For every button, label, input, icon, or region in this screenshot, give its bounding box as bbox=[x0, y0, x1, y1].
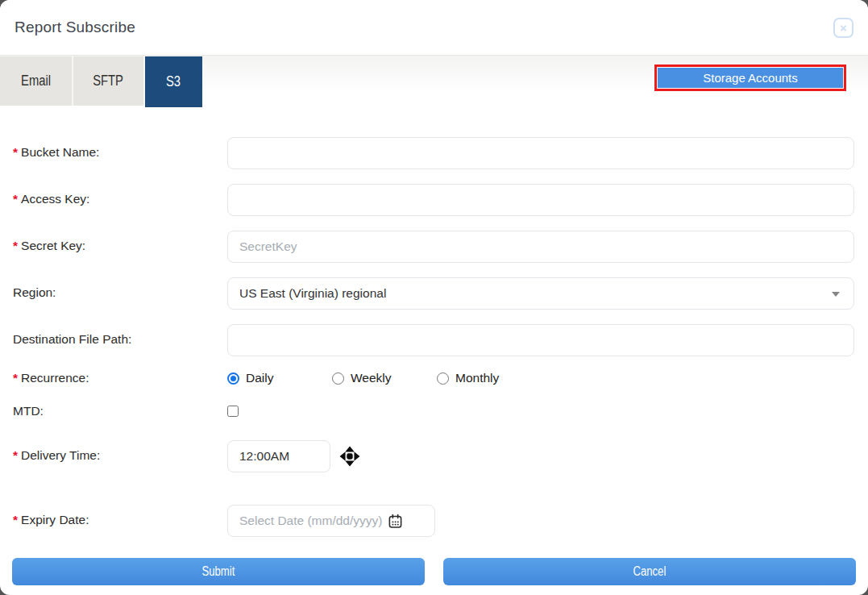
recurrence-label: *Recurrence: bbox=[13, 371, 227, 385]
submit-button[interactable]: Submit bbox=[12, 558, 425, 585]
secret-key-label: *Secret Key: bbox=[13, 231, 227, 253]
expiry-date-row: *Expiry Date: Select Date (mm/dd/yyyy) bbox=[13, 505, 854, 537]
region-row: Region: US East (Virginia) regional bbox=[13, 277, 854, 310]
chevron-down-icon bbox=[832, 292, 840, 297]
cancel-button[interactable]: Cancel bbox=[443, 558, 856, 585]
required-asterisk: * bbox=[13, 239, 18, 252]
destination-file-path-row: Destination File Path: bbox=[13, 324, 854, 356]
recurrence-option-daily[interactable]: Daily bbox=[227, 371, 332, 385]
delivery-time-row: *Delivery Time: bbox=[13, 440, 854, 472]
radio-weekly-label: Weekly bbox=[351, 371, 392, 385]
access-key-input[interactable] bbox=[227, 184, 854, 216]
recurrence-option-weekly[interactable]: Weekly bbox=[332, 371, 437, 385]
required-asterisk: * bbox=[13, 192, 18, 206]
calendar-icon[interactable] bbox=[388, 514, 403, 529]
tab-bar: Email SFTP S3 Storage Accounts bbox=[0, 55, 868, 107]
required-asterisk: * bbox=[13, 513, 18, 526]
tab-sftp[interactable]: SFTP bbox=[73, 56, 145, 106]
required-asterisk: * bbox=[13, 145, 18, 159]
bucket-name-row: *Bucket Name: bbox=[13, 137, 854, 169]
expiry-date-input[interactable]: Select Date (mm/dd/yyyy) bbox=[227, 505, 435, 537]
bucket-name-input[interactable] bbox=[227, 137, 854, 169]
required-asterisk: * bbox=[13, 448, 18, 462]
tab-s3[interactable]: S3 bbox=[145, 56, 202, 107]
s3-subscribe-form: *Bucket Name: *Access Key: *Secret Key: bbox=[0, 107, 868, 558]
radio-monthly-label: Monthly bbox=[455, 371, 499, 385]
recurrence-option-monthly[interactable]: Monthly bbox=[437, 371, 542, 385]
tab-s3-label: S3 bbox=[166, 73, 181, 90]
region-select[interactable]: US East (Virginia) regional bbox=[227, 277, 854, 310]
mtd-label: MTD: bbox=[13, 404, 227, 418]
dialog-header: Report Subscribe × bbox=[0, 0, 868, 55]
tab-email-label: Email bbox=[21, 73, 51, 89]
radio-daily[interactable] bbox=[227, 372, 239, 385]
delivery-time-label: *Delivery Time: bbox=[13, 440, 227, 463]
time-picker-move-icon[interactable] bbox=[339, 446, 360, 467]
radio-monthly[interactable] bbox=[437, 372, 449, 385]
region-label: Region: bbox=[13, 277, 227, 300]
tab-sftp-label: SFTP bbox=[93, 73, 124, 89]
access-key-label: *Access Key: bbox=[13, 184, 227, 206]
expiry-date-placeholder: Select Date (mm/dd/yyyy) bbox=[239, 514, 382, 528]
recurrence-row: *Recurrence: Daily Weekly Monthly bbox=[13, 371, 854, 385]
mtd-checkbox[interactable] bbox=[227, 406, 239, 417]
close-icon[interactable]: × bbox=[833, 18, 853, 38]
dialog-footer: Submit Cancel bbox=[12, 558, 856, 585]
storage-accounts-highlight-box: Storage Accounts bbox=[654, 64, 846, 91]
expiry-date-label: *Expiry Date: bbox=[13, 505, 227, 527]
page-title: Report Subscribe bbox=[15, 19, 135, 36]
radio-weekly[interactable] bbox=[332, 372, 344, 385]
bucket-name-label: *Bucket Name: bbox=[13, 137, 227, 160]
access-key-row: *Access Key: bbox=[13, 184, 854, 216]
secret-key-input[interactable] bbox=[227, 231, 854, 263]
radio-daily-label: Daily bbox=[246, 371, 273, 385]
destination-file-path-label: Destination File Path: bbox=[13, 324, 227, 347]
mtd-row: MTD: bbox=[13, 404, 854, 418]
destination-file-path-input[interactable] bbox=[227, 324, 854, 356]
tab-email[interactable]: Email bbox=[0, 56, 73, 106]
secret-key-row: *Secret Key: bbox=[13, 231, 854, 263]
region-selected-value: US East (Virginia) regional bbox=[239, 286, 386, 301]
storage-accounts-button[interactable]: Storage Accounts bbox=[658, 68, 843, 88]
required-asterisk: * bbox=[13, 371, 18, 385]
delivery-time-input[interactable] bbox=[227, 440, 330, 472]
report-subscribe-dialog: Report Subscribe × Email SFTP S3 Storage… bbox=[0, 0, 868, 595]
